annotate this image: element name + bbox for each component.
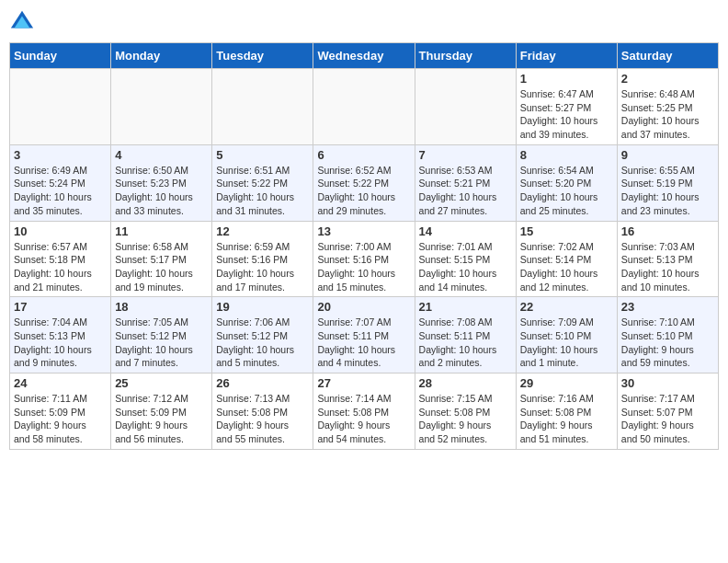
calendar-day-cell: 17Sunrise: 7:04 AM Sunset: 5:13 PM Dayli… (10, 297, 111, 373)
day-number: 11 (115, 224, 208, 238)
day-number: 28 (419, 376, 512, 390)
calendar-week-row: 24Sunrise: 7:11 AM Sunset: 5:09 PM Dayli… (10, 373, 719, 450)
day-detail: Sunrise: 6:59 AM Sunset: 5:16 PM Dayligh… (216, 240, 309, 294)
calendar-day-cell (313, 69, 415, 145)
calendar-day-header: Sunday (10, 43, 111, 69)
calendar-day-cell: 11Sunrise: 6:58 AM Sunset: 5:17 PM Dayli… (111, 221, 212, 297)
calendar-day-cell (111, 69, 212, 145)
day-detail: Sunrise: 7:03 AM Sunset: 5:13 PM Dayligh… (621, 240, 714, 294)
day-number: 7 (419, 148, 512, 162)
calendar-day-cell: 20Sunrise: 7:07 AM Sunset: 5:11 PM Dayli… (313, 297, 415, 373)
day-number: 2 (621, 72, 714, 86)
day-detail: Sunrise: 7:06 AM Sunset: 5:12 PM Dayligh… (216, 316, 309, 370)
day-detail: Sunrise: 6:54 AM Sunset: 5:20 PM Dayligh… (520, 164, 613, 218)
day-number: 3 (14, 148, 107, 162)
day-detail: Sunrise: 7:14 AM Sunset: 5:08 PM Dayligh… (317, 392, 410, 446)
day-number: 16 (621, 224, 714, 238)
day-number: 29 (520, 376, 613, 390)
day-detail: Sunrise: 7:11 AM Sunset: 5:09 PM Dayligh… (14, 392, 107, 446)
day-number: 10 (14, 224, 107, 238)
calendar-day-cell: 26Sunrise: 7:13 AM Sunset: 5:08 PM Dayli… (212, 373, 313, 450)
day-detail: Sunrise: 6:50 AM Sunset: 5:23 PM Dayligh… (115, 164, 208, 218)
day-detail: Sunrise: 7:02 AM Sunset: 5:14 PM Dayligh… (520, 240, 613, 294)
day-number: 15 (520, 224, 613, 238)
day-number: 8 (520, 148, 613, 162)
calendar-day-header: Monday (111, 43, 212, 69)
calendar-day-cell: 21Sunrise: 7:08 AM Sunset: 5:11 PM Dayli… (415, 297, 516, 373)
calendar-week-row: 10Sunrise: 6:57 AM Sunset: 5:18 PM Dayli… (10, 221, 719, 297)
day-detail: Sunrise: 7:10 AM Sunset: 5:10 PM Dayligh… (621, 316, 714, 370)
day-detail: Sunrise: 7:13 AM Sunset: 5:08 PM Dayligh… (216, 392, 309, 446)
day-number: 17 (14, 300, 107, 314)
calendar-day-cell: 27Sunrise: 7:14 AM Sunset: 5:08 PM Dayli… (313, 373, 415, 450)
day-number: 12 (216, 224, 309, 238)
calendar-day-cell: 14Sunrise: 7:01 AM Sunset: 5:15 PM Dayli… (415, 221, 516, 297)
day-detail: Sunrise: 7:15 AM Sunset: 5:08 PM Dayligh… (419, 392, 512, 446)
day-detail: Sunrise: 7:05 AM Sunset: 5:12 PM Dayligh… (115, 316, 208, 370)
calendar-week-row: 17Sunrise: 7:04 AM Sunset: 5:13 PM Dayli… (10, 297, 719, 373)
logo-icon (9, 9, 35, 35)
calendar-day-cell: 4Sunrise: 6:50 AM Sunset: 5:23 PM Daylig… (111, 144, 212, 221)
day-number: 14 (419, 224, 512, 238)
day-detail: Sunrise: 7:01 AM Sunset: 5:15 PM Dayligh… (419, 240, 512, 294)
day-number: 5 (216, 148, 309, 162)
day-detail: Sunrise: 6:55 AM Sunset: 5:19 PM Dayligh… (621, 164, 714, 218)
calendar-day-header: Tuesday (212, 43, 313, 69)
day-detail: Sunrise: 6:52 AM Sunset: 5:22 PM Dayligh… (317, 164, 410, 218)
calendar-day-cell: 16Sunrise: 7:03 AM Sunset: 5:13 PM Dayli… (617, 221, 718, 297)
day-detail: Sunrise: 7:17 AM Sunset: 5:07 PM Dayligh… (621, 392, 714, 446)
calendar-day-cell: 3Sunrise: 6:49 AM Sunset: 5:24 PM Daylig… (10, 144, 111, 221)
calendar-day-cell: 29Sunrise: 7:16 AM Sunset: 5:08 PM Dayli… (516, 373, 617, 450)
day-number: 25 (115, 376, 208, 390)
day-detail: Sunrise: 6:49 AM Sunset: 5:24 PM Dayligh… (14, 164, 107, 218)
calendar-day-cell: 5Sunrise: 6:51 AM Sunset: 5:22 PM Daylig… (212, 144, 313, 221)
calendar-day-cell: 23Sunrise: 7:10 AM Sunset: 5:10 PM Dayli… (617, 297, 718, 373)
day-number: 30 (621, 376, 714, 390)
day-number: 18 (115, 300, 208, 314)
calendar-day-cell: 25Sunrise: 7:12 AM Sunset: 5:09 PM Dayli… (111, 373, 212, 450)
day-number: 20 (317, 300, 410, 314)
calendar-day-cell: 15Sunrise: 7:02 AM Sunset: 5:14 PM Dayli… (516, 221, 617, 297)
calendar-day-cell: 19Sunrise: 7:06 AM Sunset: 5:12 PM Dayli… (212, 297, 313, 373)
day-detail: Sunrise: 7:07 AM Sunset: 5:11 PM Dayligh… (317, 316, 410, 370)
day-number: 9 (621, 148, 714, 162)
day-number: 13 (317, 224, 410, 238)
day-number: 23 (621, 300, 714, 314)
day-number: 27 (317, 376, 410, 390)
calendar-day-cell: 30Sunrise: 7:17 AM Sunset: 5:07 PM Dayli… (617, 373, 718, 450)
page-header (9, 9, 719, 35)
calendar-day-cell: 18Sunrise: 7:05 AM Sunset: 5:12 PM Dayli… (111, 297, 212, 373)
calendar-day-cell: 22Sunrise: 7:09 AM Sunset: 5:10 PM Dayli… (516, 297, 617, 373)
calendar-day-cell: 9Sunrise: 6:55 AM Sunset: 5:19 PM Daylig… (617, 144, 718, 221)
day-detail: Sunrise: 6:48 AM Sunset: 5:25 PM Dayligh… (621, 87, 714, 142)
day-number: 24 (14, 376, 107, 390)
calendar-week-row: 1Sunrise: 6:47 AM Sunset: 5:27 PM Daylig… (10, 69, 719, 145)
calendar-day-header: Saturday (617, 43, 718, 69)
calendar-day-cell: 1Sunrise: 6:47 AM Sunset: 5:27 PM Daylig… (516, 69, 617, 145)
calendar-day-cell: 7Sunrise: 6:53 AM Sunset: 5:21 PM Daylig… (415, 144, 516, 221)
calendar-day-cell: 13Sunrise: 7:00 AM Sunset: 5:16 PM Dayli… (313, 221, 415, 297)
calendar-day-cell: 12Sunrise: 6:59 AM Sunset: 5:16 PM Dayli… (212, 221, 313, 297)
calendar-day-cell: 28Sunrise: 7:15 AM Sunset: 5:08 PM Dayli… (415, 373, 516, 450)
calendar-day-cell (10, 69, 111, 145)
calendar-table: SundayMondayTuesdayWednesdayThursdayFrid… (9, 42, 719, 450)
calendar-day-cell: 24Sunrise: 7:11 AM Sunset: 5:09 PM Dayli… (10, 373, 111, 450)
day-detail: Sunrise: 6:53 AM Sunset: 5:21 PM Dayligh… (419, 164, 512, 218)
calendar-day-header: Wednesday (313, 43, 415, 69)
day-number: 26 (216, 376, 309, 390)
day-detail: Sunrise: 6:47 AM Sunset: 5:27 PM Dayligh… (520, 87, 613, 142)
day-detail: Sunrise: 7:04 AM Sunset: 5:13 PM Dayligh… (14, 316, 107, 370)
day-detail: Sunrise: 7:09 AM Sunset: 5:10 PM Dayligh… (520, 316, 613, 370)
calendar-day-cell: 8Sunrise: 6:54 AM Sunset: 5:20 PM Daylig… (516, 144, 617, 221)
day-detail: Sunrise: 7:12 AM Sunset: 5:09 PM Dayligh… (115, 392, 208, 446)
day-detail: Sunrise: 7:08 AM Sunset: 5:11 PM Dayligh… (419, 316, 512, 370)
day-detail: Sunrise: 6:58 AM Sunset: 5:17 PM Dayligh… (115, 240, 208, 294)
day-number: 22 (520, 300, 613, 314)
logo (9, 9, 39, 35)
day-number: 1 (520, 72, 613, 86)
day-detail: Sunrise: 7:16 AM Sunset: 5:08 PM Dayligh… (520, 392, 613, 446)
calendar-day-cell: 2Sunrise: 6:48 AM Sunset: 5:25 PM Daylig… (617, 69, 718, 145)
day-number: 19 (216, 300, 309, 314)
calendar-day-header: Thursday (415, 43, 516, 69)
day-number: 6 (317, 148, 410, 162)
